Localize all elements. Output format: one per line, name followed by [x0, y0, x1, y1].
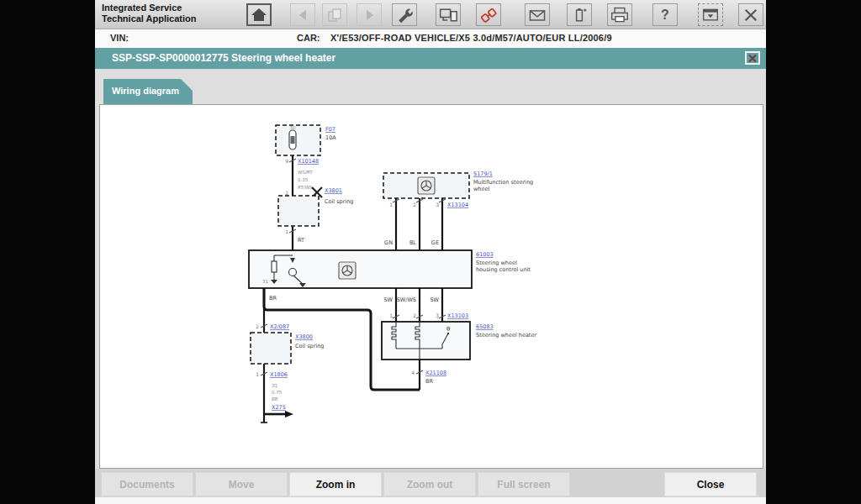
back-button: [290, 3, 315, 26]
pages-icon: [325, 7, 344, 24]
wire-color-sw1: SW: [383, 297, 393, 303]
coil-lower-name: Coil spring: [295, 343, 324, 349]
document-close-button[interactable]: [745, 51, 760, 65]
coil-spring-upper-box: [278, 196, 319, 226]
mf-wheel-name-2: wheel: [473, 186, 489, 192]
wire-color-br-1: BR: [269, 295, 277, 302]
control-unit-id-link[interactable]: 61003: [476, 251, 494, 258]
devices-button[interactable]: [436, 3, 461, 26]
heater-component: θ 65083 Steering wheel heater: [382, 322, 536, 360]
wire-color-sw2: SW: [430, 297, 439, 303]
coil-lower-pin-in: 2: [256, 323, 259, 329]
heater-name: Steering wheel heater: [476, 332, 536, 339]
coil-upper-name: Coil spring: [325, 198, 353, 205]
connector-x3801-link[interactable]: X3801: [325, 187, 342, 194]
control-unit-name-2: housing control unit: [476, 266, 531, 273]
wrench-icon: [394, 6, 415, 24]
coil-upper-pin-out: 1: [285, 228, 288, 234]
ground-wire-spec-1: 31: [272, 383, 277, 388]
tools-button[interactable]: [392, 3, 417, 26]
print-button[interactable]: [607, 3, 632, 26]
mf-pin-2: 2: [413, 202, 416, 207]
help-icon: ?: [661, 8, 669, 23]
toolbar: Integrated Service Technical Application: [95, 0, 766, 29]
heater-pin-1: 1: [389, 312, 393, 318]
wire-spec-1: WS/RT: [298, 170, 313, 175]
window-minimize-icon: [700, 7, 721, 24]
connector-x21108-link[interactable]: X21108: [425, 370, 446, 376]
documents-button: Documents: [101, 472, 193, 496]
app-title: Integrated Service Technical Application: [102, 3, 196, 24]
connector-x1806-link[interactable]: X1806: [270, 371, 288, 378]
minimize-window-button[interactable]: [698, 3, 723, 26]
fuse-id-link[interactable]: F07: [325, 126, 335, 133]
zoom-out-button: Zoom out: [383, 472, 476, 496]
fuse-pin-out: 9: [285, 158, 288, 164]
battery-button[interactable]: [567, 3, 592, 26]
vehicle-bar: VIN: CAR: X'/E53/OFF-ROAD VEHICLE/X5 3.0…: [95, 29, 766, 48]
printer-icon: [609, 6, 631, 24]
full-screen-button: Full screen: [478, 472, 570, 496]
connector-x13103-link[interactable]: X13103: [447, 312, 468, 319]
connector-x2087-link[interactable]: X2/087: [270, 323, 289, 330]
close-icon: [742, 8, 759, 23]
thermo-switch-glyph: θ: [446, 326, 450, 333]
car-label: CAR:: [297, 33, 320, 43]
home-button[interactable]: [246, 3, 272, 26]
heater-pin-out: 4: [411, 370, 415, 375]
coil-lower-id-link[interactable]: X3800: [295, 333, 313, 340]
help-button[interactable]: ?: [652, 3, 678, 26]
vin-label: VIN:: [110, 33, 129, 43]
ground-arrow: [264, 411, 293, 417]
close-app-button[interactable]: [738, 3, 763, 26]
home-icon: [250, 7, 268, 24]
close-icon: [747, 54, 758, 63]
heater-id-link[interactable]: 65083: [476, 323, 494, 330]
wire-rt-label: RT: [298, 237, 304, 244]
mf-wheel-name-1: Multifunction steering: [473, 179, 533, 186]
mf-wheel-id-link[interactable]: S179/1: [473, 171, 493, 177]
wire-color-br-2: BR: [425, 378, 433, 385]
wire-color-ge: GE: [431, 239, 439, 246]
multifunction-wheel-component: S179/1 Multifunction steering wheel: [383, 171, 533, 198]
connection-button[interactable]: [476, 3, 501, 26]
mf-pin-3: 3: [436, 202, 439, 207]
app-window: Integrated Service Technical Application: [95, 0, 766, 504]
coil-upper-pin-in: 2: [285, 190, 288, 196]
close-button[interactable]: Close: [664, 472, 757, 496]
control-unit-name-1: Steering wheel: [476, 260, 517, 266]
tab-wiring-diagram[interactable]: Wiring diagram: [103, 79, 193, 104]
document-title: SSP-SSP-SP0000012775 Steering wheel heat…: [112, 52, 335, 64]
mf-pin-1: 1: [389, 202, 393, 207]
forward-arrow-icon: [361, 8, 378, 23]
wiring-diagram-panel: 30 F07 10A 9 X10148 WS/RT 0.35 RT/WS 2 X…: [99, 104, 763, 469]
control-unit-component: 31 61003 Steering wheel housing control …: [249, 250, 531, 288]
heater-pin-2: 2: [413, 312, 416, 318]
wiring-diagram: 30 F07 10A 9 X10148 WS/RT 0.35 RT/WS 2 X…: [100, 105, 763, 468]
bottom-strip: [95, 497, 766, 504]
app-title-line2: Technical Application: [102, 13, 196, 24]
heater-pin-3: 3: [436, 312, 439, 318]
mail-button[interactable]: [525, 3, 550, 26]
battery-icon: [570, 6, 589, 24]
wire-color-bl: BL: [409, 239, 416, 246]
ground-wire-spec-2: 0.75: [272, 390, 283, 395]
tab-label: Wiring diagram: [112, 86, 179, 96]
ground-wire-spec-3: BR: [272, 396, 278, 402]
connector-x10148-link[interactable]: X10148: [298, 158, 319, 165]
zoom-in-button[interactable]: Zoom in: [289, 472, 382, 496]
fuse-pin-top: 30: [290, 125, 296, 130]
document-header: SSP-SSP-SP0000012775 Steering wheel heat…: [95, 48, 766, 69]
coil-spring-lower-box: [251, 333, 291, 364]
ground-point-x275-link[interactable]: X275: [272, 404, 286, 411]
history-button: [322, 3, 347, 26]
connector-x13104-link[interactable]: X13104: [447, 202, 468, 208]
fuse-component: 30 F07 10A: [276, 125, 336, 155]
ground-pin-label: 31: [262, 279, 268, 284]
car-value: X'/E53/OFF-ROAD VEHICLE/X5 3.0d/M57/AUTO…: [330, 33, 612, 43]
wire-spec-2: 0.35: [298, 177, 309, 182]
back-arrow-icon: [294, 8, 311, 23]
forward-button: [357, 3, 382, 26]
coil-lower-pin-out: 1: [256, 371, 259, 377]
move-button: Move: [195, 472, 288, 496]
